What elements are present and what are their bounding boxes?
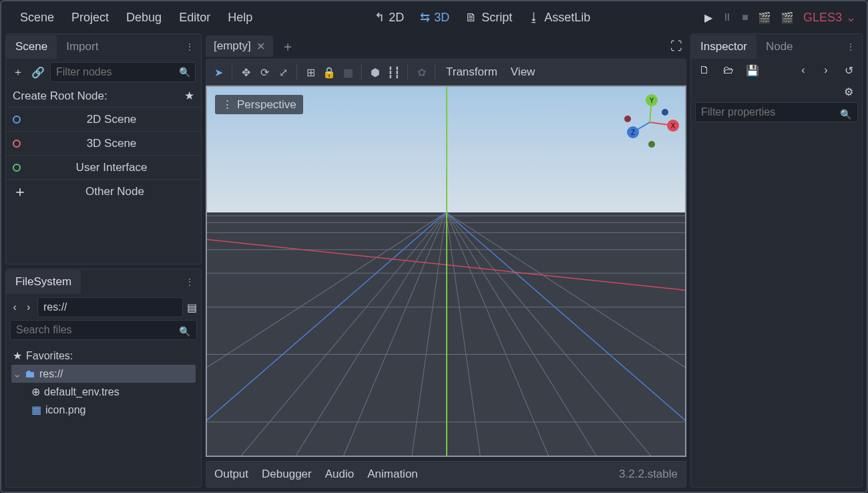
spatial-icon xyxy=(13,140,21,148)
dock-options-icon[interactable]: ⋮ xyxy=(846,41,862,52)
svg-line-12 xyxy=(446,212,480,456)
svg-line-15 xyxy=(446,212,685,456)
play-custom-icon[interactable]: 🎬 xyxy=(781,11,794,24)
filter-properties-input[interactable] xyxy=(695,102,858,122)
bottom-tab-output[interactable]: Output xyxy=(214,468,248,481)
snap-grid-icon[interactable]: ┇┇ xyxy=(386,64,402,80)
svg-point-33 xyxy=(662,109,668,116)
dock-options-icon[interactable]: ⋮ xyxy=(185,41,201,52)
svg-text:X: X xyxy=(671,122,676,130)
svg-line-11 xyxy=(412,212,446,456)
favorite-icon[interactable]: ★ xyxy=(184,89,194,103)
workspace-switcher: ↰ 2D ⇆ 3D 🗎 Script ⭳ AssetLib xyxy=(371,7,594,27)
version-label: 3.2.2.stable xyxy=(619,468,678,481)
bottom-panel-tabs: Output Debugger Audio Animation 3.2.2.st… xyxy=(206,461,686,488)
add-node-icon[interactable]: ＋ xyxy=(10,64,26,80)
svg-text:Y: Y xyxy=(650,97,654,104)
rotate-tool-icon[interactable]: ⟳ xyxy=(256,64,272,80)
distraction-free-icon[interactable]: ⛶ xyxy=(670,39,686,53)
3d-viewport[interactable]: ⋮ Perspective X Y Z xyxy=(206,86,686,457)
viewport-toolbar: ➤ ✥ ⟳ ⤢ ⊞ 🔒 ▦ ⬢ ┇┇ ✿ Transform View xyxy=(206,59,686,86)
svg-line-9 xyxy=(241,212,446,456)
open-scene-tabs: [empty] ✕ ＋ ⛶ xyxy=(206,33,686,59)
fs-file[interactable]: ⊕ default_env.tres xyxy=(11,383,196,401)
filter-nodes-input[interactable] xyxy=(50,62,196,82)
fs-path-input[interactable] xyxy=(37,297,183,317)
bottom-tab-animation[interactable]: Animation xyxy=(367,468,418,481)
transform-menu[interactable]: Transform xyxy=(441,63,503,81)
root-option-2d[interactable]: 2D Scene xyxy=(6,107,201,131)
stop-icon[interactable]: ■ xyxy=(742,11,748,23)
play-scene-icon[interactable]: 🎬 xyxy=(758,11,771,24)
svg-line-19 xyxy=(446,212,685,456)
workspace-script[interactable]: 🗎 Script xyxy=(461,8,516,27)
star-icon: ★ xyxy=(13,349,22,362)
bottom-tab-audio[interactable]: Audio xyxy=(325,468,354,481)
scene-tab-empty[interactable]: [empty] ✕ xyxy=(206,35,273,57)
tab-scene[interactable]: Scene xyxy=(6,35,57,59)
folder-icon: 🖿 xyxy=(25,368,35,380)
scale-tool-icon[interactable]: ⤢ xyxy=(275,64,291,80)
move-tool-icon[interactable]: ✥ xyxy=(238,64,254,80)
history-forward-icon[interactable]: › xyxy=(818,62,834,78)
select-tool-icon[interactable]: ➤ xyxy=(210,64,226,80)
menu-help[interactable]: Help xyxy=(220,4,260,31)
play-icon[interactable]: ▶ xyxy=(704,11,712,24)
tab-filesystem[interactable]: FileSystem xyxy=(6,270,81,294)
close-icon[interactable]: ✕ xyxy=(256,40,265,53)
menu-project[interactable]: Project xyxy=(63,4,117,31)
save-resource-icon[interactable]: 💾 xyxy=(744,62,761,78)
root-option-other[interactable]: ＋ Other Node xyxy=(6,179,201,203)
lock-icon[interactable]: 🔒 xyxy=(321,64,337,80)
svg-line-16 xyxy=(296,212,446,456)
svg-line-10 xyxy=(344,212,446,456)
tab-inspector[interactable]: Inspector xyxy=(691,35,756,59)
menu-debug[interactable]: Debug xyxy=(118,4,170,31)
resource-icon: ⊕ xyxy=(31,385,40,398)
dock-options-icon[interactable]: ⋮ xyxy=(185,277,201,287)
renderer-dropdown[interactable]: GLES3 ⌄ xyxy=(803,10,856,25)
snap-object-icon[interactable]: ⬢ xyxy=(367,64,383,80)
fs-search-input[interactable] xyxy=(10,320,197,340)
perspective-badge[interactable]: ⋮ Perspective xyxy=(215,95,303,114)
tab-import[interactable]: Import xyxy=(57,35,107,59)
chevron-down-icon: ⌄ xyxy=(13,367,21,380)
svg-line-8 xyxy=(207,212,446,456)
pause-icon[interactable]: ⏸ xyxy=(722,11,732,23)
split-view-icon[interactable]: ▤ xyxy=(187,299,197,315)
menu-scene[interactable]: Scene xyxy=(12,4,62,31)
fs-favorites[interactable]: ★ Favorites: xyxy=(11,347,196,365)
local-space-icon[interactable]: ⊞ xyxy=(302,64,318,80)
group-icon[interactable]: ▦ xyxy=(340,64,356,80)
workspace-assetlib[interactable]: ⭳ AssetLib xyxy=(524,8,594,27)
new-resource-icon[interactable]: 🗋 xyxy=(696,62,712,78)
svg-line-18 xyxy=(207,212,446,456)
nav-back-icon[interactable]: ‹ xyxy=(10,299,20,315)
workspace-2d[interactable]: ↰ 2D xyxy=(371,7,408,27)
history-icon[interactable]: ↺ xyxy=(841,62,857,78)
plus-icon: ＋ xyxy=(13,182,27,202)
playback-controls: ▶ ⏸ ■ 🎬 🎬 GLES3 ⌄ xyxy=(704,10,856,25)
new-scene-icon[interactable]: ＋ xyxy=(276,37,300,55)
svg-point-31 xyxy=(624,116,631,122)
open-resource-icon[interactable]: 🗁 xyxy=(720,62,736,78)
node2d-icon xyxy=(13,116,21,124)
svg-line-13 xyxy=(446,212,548,456)
object-properties-icon[interactable]: ⚙ xyxy=(841,84,857,100)
tab-node[interactable]: Node xyxy=(756,35,803,59)
fs-file[interactable]: ▦ icon.png xyxy=(11,401,196,419)
orientation-gizmo[interactable]: X Y Z xyxy=(620,92,680,152)
create-root-heading: Create Root Node: ★ xyxy=(6,85,201,107)
history-back-icon[interactable]: ‹ xyxy=(795,62,811,78)
nav-forward-icon[interactable]: › xyxy=(24,299,34,315)
view-menu[interactable]: View xyxy=(505,63,541,81)
link-node-icon[interactable]: 🔗 xyxy=(30,64,46,80)
bottom-tab-debugger[interactable]: Debugger xyxy=(262,468,312,481)
svg-point-32 xyxy=(648,141,655,148)
fs-root-folder[interactable]: ⌄ 🖿 res:// xyxy=(11,365,196,383)
root-option-ui[interactable]: User Interface xyxy=(6,155,201,179)
preview-camera-icon[interactable]: ✿ xyxy=(413,64,429,80)
workspace-3d[interactable]: ⇆ 3D xyxy=(416,7,453,27)
root-option-3d[interactable]: 3D Scene xyxy=(6,131,201,155)
menu-editor[interactable]: Editor xyxy=(171,4,218,31)
